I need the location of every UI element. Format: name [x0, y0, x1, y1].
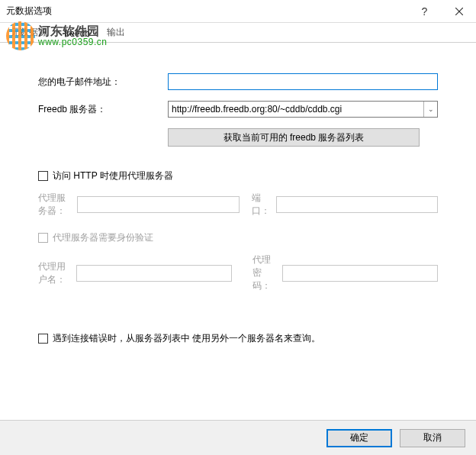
tab-output[interactable]: 输出 [105, 23, 127, 42]
use-proxy-checkbox[interactable] [38, 171, 48, 181]
chevron-down-icon: ⌄ [423, 102, 437, 117]
tab-metadata-source[interactable]: 元数据源 [9, 23, 49, 42]
close-icon [455, 8, 463, 15]
freedb-server-label: Freedb 服务器： [38, 103, 168, 116]
titlebar: 元数据选项 ? [0, 0, 476, 23]
proxy-pass-input[interactable] [282, 265, 438, 282]
proxy-port-input[interactable] [276, 196, 438, 213]
titlebar-buttons: ? [407, 0, 476, 23]
proxy-server-input[interactable] [77, 196, 239, 213]
freedb-server-combo[interactable]: http://freedb.freedb.org:80/~cddb/cddb.c… [168, 101, 438, 118]
proxy-port-label: 端口： [252, 192, 270, 218]
email-label: 您的电子邮件地址： [38, 76, 168, 89]
window-title: 元数据选项 [6, 5, 52, 18]
close-button[interactable] [442, 0, 476, 23]
tab-bar: 元数据源 freedb 输出 [0, 23, 476, 43]
use-proxy-label: 访问 HTTP 时使用代理服务器 [53, 169, 173, 182]
content-area: 您的电子邮件地址： Freedb 服务器： http://freedb.free… [0, 43, 476, 362]
email-input[interactable] [168, 73, 438, 90]
proxy-user-label: 代理用户名： [38, 260, 70, 286]
cancel-button[interactable]: 取消 [400, 429, 465, 447]
freedb-server-value: http://freedb.freedb.org:80/~cddb/cddb.c… [172, 104, 423, 115]
fetch-server-list-button[interactable]: 获取当前可用的 freedb 服务器列表 [168, 128, 420, 147]
proxy-user-input[interactable] [76, 265, 232, 282]
proxy-auth-checkbox[interactable] [38, 233, 48, 243]
retry-other-server-label: 遇到连接错误时，从服务器列表中 使用另外一个服务器名来查询。 [53, 332, 320, 345]
proxy-server-label: 代理服务器： [38, 192, 71, 218]
proxy-pass-label: 代理密码： [252, 253, 275, 292]
proxy-auth-label: 代理服务器需要身份验证 [53, 231, 153, 244]
ok-button[interactable]: 确定 [326, 429, 392, 447]
help-button[interactable]: ? [407, 0, 442, 23]
retry-other-server-checkbox[interactable] [38, 334, 48, 344]
tab-freedb[interactable]: freedb [63, 25, 92, 42]
dialog-footer: 确定 取消 [0, 420, 476, 455]
